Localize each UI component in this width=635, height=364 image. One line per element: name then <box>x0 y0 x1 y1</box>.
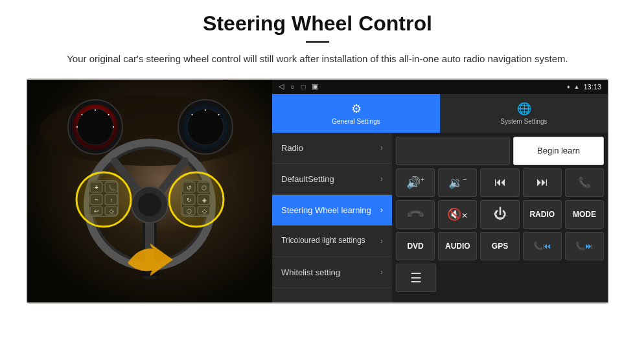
controls-panel: Begin learn 🔊+ 🔉− ⏮ <box>392 133 608 302</box>
prev-track-button[interactable]: ⏮ <box>480 168 519 197</box>
menu-item-default-label: DefaultSetting <box>281 174 380 184</box>
phone-icon: 📞 <box>578 176 591 188</box>
svg-line-15 <box>192 114 192 115</box>
hang-up-icon: 📞 <box>406 204 426 224</box>
wifi-icon: ▲ <box>574 84 580 90</box>
menu-item-whitelist-label: Whitelist setting <box>281 267 380 277</box>
menu-item-whitelist[interactable]: Whitelist setting › <box>272 257 392 288</box>
audio-button[interactable]: AUDIO <box>438 232 477 260</box>
status-bar-left: ◁ ○ □ ▣ <box>279 82 318 91</box>
volume-down-icon: 🔉− <box>448 176 467 190</box>
title-divider <box>306 41 329 43</box>
empty-input-box <box>396 137 510 165</box>
next-track-button[interactable]: ⏭ <box>523 168 562 197</box>
phone-next-icon: 📞⏭ <box>575 242 593 251</box>
page-title: Steering Wheel Control <box>26 12 609 36</box>
phone-next-button[interactable]: 📞⏭ <box>565 232 604 260</box>
mode-label: MODE <box>573 210 596 219</box>
page-container: Steering Wheel Control Your original car… <box>0 0 635 317</box>
mute-button[interactable]: 🔇✕ <box>438 200 477 229</box>
screenshot-icon[interactable]: ▣ <box>312 82 318 91</box>
nav-home-icon[interactable]: ○ <box>290 83 295 91</box>
chevron-right-icon-5: › <box>380 267 383 277</box>
menu-item-default-setting[interactable]: DefaultSetting › <box>272 164 392 195</box>
menu-item-steering-wheel[interactable]: Steering Wheel learning › <box>272 195 392 226</box>
menu-item-tricoloured-label: Tricoloured light settings <box>281 236 380 246</box>
general-settings-label: General Settings <box>332 118 380 125</box>
system-settings-label: System Settings <box>500 118 547 125</box>
car-image-panel: + − 📞 ↑ ↩ ◇ <box>27 80 272 302</box>
volume-up-button[interactable]: 🔊+ <box>396 168 435 197</box>
begin-learn-button[interactable]: Begin learn <box>513 137 604 165</box>
mode-button[interactable]: MODE <box>565 200 604 229</box>
hang-up-button[interactable]: 📞 <box>396 200 435 229</box>
chevron-right-icon-4: › <box>380 236 383 245</box>
menu-item-steering-label: Steering Wheel learning <box>281 205 380 215</box>
phone-answer-button[interactable]: 📞 <box>565 168 604 197</box>
menu-item-radio-label: Radio <box>281 143 380 153</box>
car-scene-svg: + − 📞 ↑ ↩ ◇ <box>27 80 272 302</box>
chevron-right-icon-2: › <box>380 174 383 183</box>
status-bar: ◁ ○ □ ▣ ♦ ▲ 13:13 <box>272 80 608 94</box>
radio-label: RADIO <box>529 210 555 219</box>
dvd-label: DVD <box>407 242 423 251</box>
page-subtitle: Your original car's steering wheel contr… <box>26 52 609 67</box>
svg-point-52 <box>169 172 224 227</box>
phone-prev-button[interactable]: 📞⏮ <box>523 232 562 260</box>
location-icon: ♦ <box>567 84 570 90</box>
volume-up-icon: 🔊+ <box>406 176 424 190</box>
next-track-icon: ⏭ <box>537 176 548 189</box>
svg-line-7 <box>82 114 82 115</box>
chevron-right-icon-3: › <box>380 205 383 214</box>
controls-row-3: 📞 🔇✕ ⏻ RADIO MODE <box>396 200 604 229</box>
whitelist-icon: ☰ <box>410 270 422 286</box>
radio-button[interactable]: RADIO <box>523 200 562 229</box>
svg-line-14 <box>218 114 219 115</box>
gps-button[interactable]: GPS <box>480 232 519 260</box>
main-content: Radio › DefaultSetting › Steering Wheel … <box>272 133 608 302</box>
power-button[interactable]: ⏻ <box>480 200 519 229</box>
volume-down-button[interactable]: 🔉− <box>438 168 477 197</box>
prev-track-icon: ⏮ <box>494 176 506 189</box>
status-bar-right: ♦ ▲ 13:13 <box>567 83 601 91</box>
controls-row-4: DVD AUDIO GPS 📞⏮ 📞⏭ <box>396 232 604 260</box>
svg-point-24 <box>138 193 161 216</box>
android-panel: ◁ ○ □ ▣ ♦ ▲ 13:13 ⚙ General Settings <box>272 80 608 302</box>
controls-row-5: ☰ <box>396 264 604 292</box>
audio-label: AUDIO <box>445 242 470 251</box>
gps-label: GPS <box>492 242 508 251</box>
whitelist-button[interactable]: ☰ <box>396 264 436 292</box>
system-settings-icon: 🌐 <box>517 102 531 116</box>
chevron-right-icon: › <box>380 143 383 152</box>
menu-item-tricoloured[interactable]: Tricoloured light settings › <box>272 226 392 257</box>
power-icon: ⏻ <box>494 207 507 222</box>
mute-icon: 🔇✕ <box>447 207 468 222</box>
tab-general-settings[interactable]: ⚙ General Settings <box>272 94 440 133</box>
general-settings-icon: ⚙ <box>351 102 362 116</box>
nav-recent-icon[interactable]: □ <box>301 83 306 91</box>
svg-point-4 <box>77 109 113 145</box>
nav-back-icon[interactable]: ◁ <box>279 82 284 91</box>
row-begin-learn: Begin learn <box>396 137 604 165</box>
car-background: + − 📞 ↑ ↩ ◇ <box>27 80 272 302</box>
dvd-button[interactable]: DVD <box>396 232 435 260</box>
left-menu: Radio › DefaultSetting › Steering Wheel … <box>272 133 392 302</box>
controls-row-2: 🔊+ 🔉− ⏮ ⏭ 📞 <box>396 168 604 197</box>
status-time: 13:13 <box>583 83 601 91</box>
svg-point-12 <box>187 109 224 145</box>
svg-point-51 <box>76 172 131 227</box>
device-frame: + − 📞 ↑ ↩ ◇ <box>26 78 609 304</box>
menu-item-radio[interactable]: Radio › <box>272 133 392 164</box>
svg-line-6 <box>108 114 109 115</box>
top-nav: ⚙ General Settings 🌐 System Settings <box>272 94 608 133</box>
phone-prev-icon: 📞⏮ <box>533 242 551 251</box>
tab-system-settings[interactable]: 🌐 System Settings <box>440 94 608 133</box>
